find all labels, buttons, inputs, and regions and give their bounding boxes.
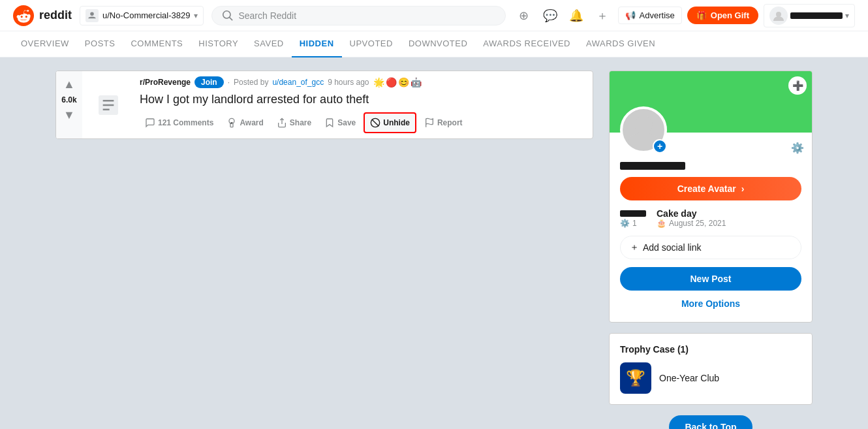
tab-saved[interactable]: SAVED	[246, 31, 292, 57]
award-icon-3: 😊	[398, 77, 409, 87]
one-year-club-icon: 🏆	[620, 362, 651, 394]
tab-hidden[interactable]: HIDDEN	[292, 31, 342, 57]
tab-history[interactable]: HISTORY	[191, 31, 246, 57]
tab-awards-given[interactable]: AWARDS GIVEN	[578, 31, 663, 57]
add-social-link-button[interactable]: ＋ Add social link	[620, 236, 801, 259]
edit-banner-button[interactable]: ➕	[788, 76, 807, 95]
new-post-label: New Post	[690, 274, 731, 284]
tab-overview[interactable]: OVERVIEW	[13, 31, 77, 57]
account-selector-button[interactable]: u/No-Commercial-3829 ▾	[80, 6, 204, 25]
karma-value-redacted	[620, 210, 646, 217]
reddit-logo-link[interactable]: reddit	[13, 5, 72, 26]
profile-card-inner: ➕ + ⚙️	[610, 71, 812, 322]
unhide-label: Unhide	[383, 118, 410, 127]
share-icon	[277, 118, 287, 128]
main-content: ▲ 6.0k ▼ r/ProRevenge Join ·	[42, 57, 826, 429]
cake-day-label: Cake day	[657, 208, 726, 219]
subreddit-name[interactable]: r/ProRevenge	[140, 78, 191, 87]
add-social-label: Add social link	[643, 242, 702, 253]
upvote-button[interactable]: ▲	[62, 76, 76, 93]
profile-username-display	[620, 161, 801, 172]
vote-count: 6.0k	[61, 95, 76, 104]
post-title[interactable]: How I got my landlord arrested for auto …	[140, 92, 587, 107]
tab-posts[interactable]: POSTS	[77, 31, 123, 57]
header-actions: ⊕ 💬 🔔 ＋ 📢 Advertise 🎁 Open Gift ▾	[514, 4, 855, 27]
user-icon	[87, 11, 97, 20]
plus-icon: ＋	[630, 242, 639, 253]
chat-icon-button[interactable]: 💬	[540, 5, 561, 26]
notifications-icon-button[interactable]: 🔔	[566, 5, 587, 26]
post-time: 9 hours ago	[328, 78, 369, 87]
comments-icon	[145, 118, 155, 128]
user-avatar	[769, 7, 788, 25]
join-subreddit-button[interactable]: Join	[194, 76, 224, 88]
comments-button[interactable]: 121 Comments	[140, 114, 219, 132]
new-post-button[interactable]: New Post	[620, 267, 801, 291]
karma-stat: ⚙️ 1	[620, 208, 646, 228]
add-icon-button[interactable]: ＋	[592, 5, 613, 26]
profile-card: ➕ + ⚙️	[609, 71, 813, 323]
karma-value	[620, 208, 646, 219]
posted-by-label: ·	[228, 78, 230, 87]
settings-gear-button[interactable]: ⚙️	[791, 142, 804, 154]
svg-line-9	[372, 119, 379, 127]
posts-area: ▲ 6.0k ▼ r/ProRevenge Join ·	[55, 71, 593, 429]
award-label: Award	[240, 118, 263, 127]
comments-count-label: 121 Comments	[158, 118, 213, 127]
downvote-button[interactable]: ▼	[62, 107, 76, 123]
posted-by-text: Posted by	[234, 78, 268, 87]
tab-comments[interactable]: COMMENTS	[123, 31, 191, 57]
post-meta: r/ProRevenge Join · Posted by u/dean_of_…	[140, 76, 587, 88]
post-body: r/ProRevenge Join · Posted by u/dean_of_…	[134, 71, 593, 138]
cake-icon: 🎂	[657, 219, 666, 228]
account-name-label: u/No-Commercial-3829	[102, 10, 190, 20]
advertise-button[interactable]: 📢 Advertise	[618, 7, 682, 24]
award-icon	[226, 118, 237, 128]
add-profile-pic-button[interactable]: +	[653, 139, 667, 153]
save-button[interactable]: Save	[319, 114, 361, 132]
trophy-name: One-Year Club	[659, 373, 719, 383]
svg-point-11	[634, 116, 653, 134]
browse-icon-button[interactable]: ⊕	[514, 5, 535, 26]
username-redacted	[790, 12, 843, 19]
create-avatar-button[interactable]: Create Avatar ›	[620, 177, 801, 200]
tab-downvoted[interactable]: DOWNVOTED	[401, 31, 475, 57]
report-label: Report	[437, 118, 463, 127]
post-actions: 121 Comments Award Share Save	[140, 112, 587, 133]
post-author-link[interactable]: u/dean_of_gcc	[272, 78, 324, 87]
header: reddit u/No-Commercial-3829 ▾ Search Red…	[0, 0, 868, 31]
award-icon-2: 🔴	[386, 77, 397, 87]
reddit-wordmark: reddit	[39, 8, 72, 22]
search-placeholder-text: Search Reddit	[238, 10, 296, 21]
vote-column: ▲ 6.0k ▼	[56, 71, 82, 138]
award-button[interactable]: Award	[221, 114, 268, 132]
back-to-top-label: Back to Top	[685, 422, 736, 429]
unhide-button[interactable]: Unhide	[364, 112, 416, 133]
award-icons: 🌟 🔴 😊 🤖	[373, 77, 422, 87]
report-button[interactable]: Report	[419, 114, 468, 132]
trophy-case-title: Trophy Case (1)	[620, 344, 801, 355]
account-icon	[85, 9, 99, 22]
search-icon	[223, 10, 233, 21]
share-label: Share	[290, 118, 311, 127]
more-options-label: More Options	[681, 298, 740, 309]
more-options-button[interactable]: More Options	[620, 296, 801, 311]
user-avatar-button[interactable]: ▾	[764, 4, 855, 27]
save-label: Save	[337, 118, 356, 127]
create-avatar-label: Create Avatar	[677, 183, 736, 194]
save-icon	[324, 118, 335, 128]
karma-gear-icon: ⚙️	[620, 219, 630, 228]
tab-upvoted[interactable]: UPVOTED	[342, 31, 401, 57]
open-gift-button[interactable]: 🎁 Open Gift	[687, 7, 758, 24]
tab-awards-received[interactable]: AWARDS RECEIVED	[475, 31, 578, 57]
search-bar[interactable]: Search Reddit	[211, 6, 505, 25]
advertise-label: Advertise	[640, 10, 675, 20]
svg-rect-7	[230, 124, 233, 127]
share-button[interactable]: Share	[271, 114, 317, 132]
karma-label: ⚙️ 1	[620, 219, 646, 228]
sidebar: ➕ + ⚙️	[609, 71, 813, 429]
karma-label-text: 1	[632, 219, 637, 228]
trophy-case-card: Trophy Case (1) 🏆 One-Year Club	[609, 333, 813, 405]
profile-avatar-container: +	[620, 106, 667, 153]
back-to-top-button[interactable]: Back to Top	[669, 415, 752, 429]
